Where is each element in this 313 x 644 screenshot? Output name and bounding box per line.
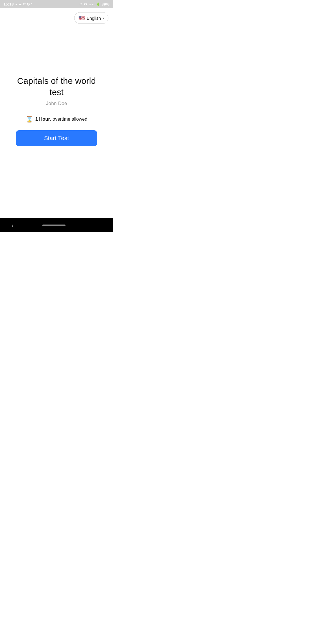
main-content: 🇺🇸 English ▾ Capitals of the world test … [0,8,113,218]
flag-icon: 🇺🇸 [79,15,85,21]
status-time: 15:18 [3,2,14,6]
google-icon: G [27,2,30,6]
dot-icon: • [31,2,32,6]
status-icons-left: ◂ ☁ ✿ G • [15,2,32,6]
status-bar-right: ⊖ ▾▾ ▲▲ 🔋 89% [79,2,110,6]
back-button[interactable]: ‹ [12,222,14,229]
status-bar: 15:18 ◂ ☁ ✿ G • ⊖ ▾▾ ▲▲ 🔋 89% [0,0,113,8]
language-selector-button[interactable]: 🇺🇸 English ▾ [74,12,108,24]
language-label: English [87,16,101,21]
status-bar-left: 15:18 ◂ ☁ ✿ G • [3,2,32,6]
hourglass-icon: ⌛ [26,116,33,123]
language-selector-container: 🇺🇸 English ▾ [0,8,113,26]
test-title: Capitals of the world test [9,75,104,98]
duration-row: ⌛ 1 Hour, overtime allowed [26,116,88,123]
battery-level: 89% [101,2,110,6]
wifi-icon: ▾▾ [84,2,87,6]
test-author: John Doe [46,101,67,106]
chevron-down-icon: ▾ [103,17,104,20]
navigation-bar: ‹ [0,218,113,232]
home-pill[interactable] [42,225,65,226]
start-test-button[interactable]: Start Test [16,130,97,146]
duration-bold: 1 Hour [35,117,50,122]
do-not-disturb-icon: ⊖ [79,2,82,6]
navigation-icon: ◂ [15,2,17,6]
center-content: Capitals of the world test John Doe ⌛ 1 … [0,26,113,218]
fan-icon: ✿ [23,2,26,6]
cloud-icon: ☁ [18,2,22,6]
duration-suffix: , overtime allowed [50,117,87,122]
signal-icon: ▲▲ [89,3,94,6]
battery-icon: 🔋 [96,2,100,6]
